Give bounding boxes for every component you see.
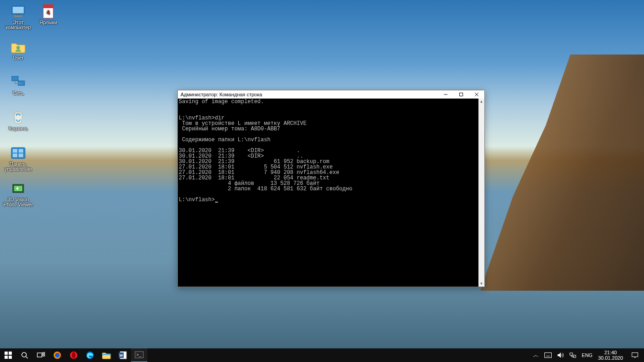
desktop-icon-recycle-bin[interactable]: Корзина bbox=[2, 109, 35, 142]
svg-rect-36 bbox=[102, 354, 111, 355]
taskbar-cmd[interactable]: >_ bbox=[131, 348, 147, 362]
taskbar-opera[interactable] bbox=[65, 348, 82, 362]
svg-rect-16 bbox=[43, 5, 53, 8]
volume-icon bbox=[557, 352, 564, 358]
taskbar[interactable]: W >_ ︿ ENG 21:40 30.01.2020 bbox=[0, 348, 644, 362]
window-title: Администратор: Командная строка bbox=[181, 92, 438, 97]
scrollbar[interactable]: ▲ ▼ bbox=[478, 99, 484, 287]
chevron-up-icon: ︿ bbox=[533, 351, 539, 359]
folder-user-icon bbox=[10, 39, 26, 55]
desktop-icon-network[interactable]: Сеть bbox=[2, 74, 35, 106]
minimize-button[interactable] bbox=[438, 90, 453, 99]
svg-rect-22 bbox=[5, 352, 8, 355]
action-center-button[interactable] bbox=[626, 348, 644, 362]
svg-rect-30 bbox=[43, 355, 45, 356]
clock-time: 21:40 bbox=[604, 350, 617, 355]
svg-rect-28 bbox=[37, 353, 42, 357]
scroll-up-button[interactable]: ▲ bbox=[478, 99, 484, 104]
wallpaper-cliff bbox=[480, 55, 644, 291]
icon-label: User bbox=[13, 55, 23, 60]
tray-keyboard-icon[interactable] bbox=[542, 348, 554, 362]
search-button[interactable] bbox=[16, 348, 33, 362]
close-button[interactable] bbox=[469, 90, 484, 99]
desktop-icon-user[interactable]: User bbox=[2, 38, 35, 71]
svg-rect-25 bbox=[9, 356, 12, 359]
svg-rect-5 bbox=[12, 76, 18, 81]
3dvision-icon bbox=[10, 181, 26, 196]
scroll-track[interactable] bbox=[478, 104, 484, 281]
desktop-icon-this-pc[interactable]: Этоткомпьютер bbox=[2, 3, 35, 35]
control-panel-icon bbox=[10, 145, 26, 161]
icon-label: Панельуправления bbox=[5, 162, 32, 172]
icon-label: Ярлыки bbox=[40, 20, 57, 25]
taskbar-explorer[interactable] bbox=[98, 348, 115, 362]
svg-rect-2 bbox=[16, 15, 20, 15]
terminal-output[interactable]: Saving of image completed. L:\nvflash>di… bbox=[178, 99, 484, 287]
svg-rect-23 bbox=[9, 352, 12, 355]
svg-rect-29 bbox=[43, 352, 45, 354]
desktop-icon-3dvision[interactable]: 3D VisionPhoto Viewer bbox=[2, 180, 35, 213]
cursor bbox=[215, 202, 218, 203]
tray-clock[interactable]: 21:40 30.01.2020 bbox=[595, 348, 626, 362]
tray-language[interactable]: ENG bbox=[579, 348, 595, 362]
svg-rect-3 bbox=[14, 15, 22, 17]
svg-line-27 bbox=[26, 357, 28, 358]
svg-rect-12 bbox=[19, 154, 23, 157]
system-tray: ︿ ENG 21:40 30.01.2020 bbox=[530, 348, 644, 362]
svg-rect-11 bbox=[13, 154, 17, 157]
svg-rect-48 bbox=[570, 353, 573, 355]
language-label: ENG bbox=[582, 352, 593, 358]
svg-point-34 bbox=[72, 352, 75, 358]
desktop-icons: Этоткомпьютер User Сеть Корзина bbox=[2, 3, 65, 213]
svg-rect-1 bbox=[13, 7, 24, 13]
svg-text:W: W bbox=[120, 353, 123, 357]
svg-rect-9 bbox=[13, 149, 17, 153]
cmd-window[interactable]: Администратор: Командная строка Saving o… bbox=[177, 90, 485, 287]
svg-point-26 bbox=[22, 352, 26, 357]
svg-rect-10 bbox=[19, 149, 23, 153]
keyboard-icon bbox=[544, 352, 552, 358]
maximize-button[interactable] bbox=[453, 90, 469, 99]
desktop-icon-shortcuts[interactable]: 4 Ярлыки bbox=[32, 3, 65, 35]
ethernet-icon bbox=[569, 352, 576, 358]
taskbar-word[interactable]: W bbox=[115, 348, 131, 362]
taskbar-firefox[interactable] bbox=[49, 348, 65, 362]
svg-rect-42 bbox=[545, 353, 552, 358]
tray-overflow-button[interactable]: ︿ bbox=[530, 348, 542, 362]
titlebar[interactable]: Администратор: Командная строка bbox=[178, 90, 484, 99]
icon-label: 3D VisionPhoto Viewer bbox=[3, 197, 33, 207]
notification-icon bbox=[631, 352, 639, 359]
svg-rect-19 bbox=[460, 93, 463, 96]
svg-point-4 bbox=[16, 46, 20, 50]
network-icon bbox=[10, 74, 26, 90]
tray-volume-icon[interactable] bbox=[554, 348, 567, 362]
svg-text:4: 4 bbox=[47, 10, 50, 16]
desktop[interactable]: Этоткомпьютер User Сеть Корзина bbox=[0, 0, 644, 348]
svg-rect-50 bbox=[632, 353, 638, 357]
tray-network-icon[interactable] bbox=[567, 348, 579, 362]
task-view-button[interactable] bbox=[33, 348, 49, 362]
recycle-bin-icon bbox=[10, 110, 26, 125]
scroll-down-button[interactable]: ▼ bbox=[478, 281, 484, 287]
taskbar-edge[interactable] bbox=[82, 348, 98, 362]
icon-label: Сеть bbox=[13, 91, 24, 96]
icon-label: Корзина bbox=[9, 126, 28, 131]
desktop-icon-control-panel[interactable]: Панельуправления bbox=[2, 144, 35, 177]
svg-rect-24 bbox=[5, 356, 8, 359]
shortcuts-icon: 4 bbox=[40, 4, 56, 19]
pc-icon bbox=[10, 4, 26, 19]
clock-date: 30.01.2020 bbox=[598, 355, 623, 361]
svg-text:>_: >_ bbox=[136, 352, 141, 357]
icon-label: Этоткомпьютер bbox=[5, 20, 30, 30]
start-button[interactable] bbox=[0, 348, 16, 362]
